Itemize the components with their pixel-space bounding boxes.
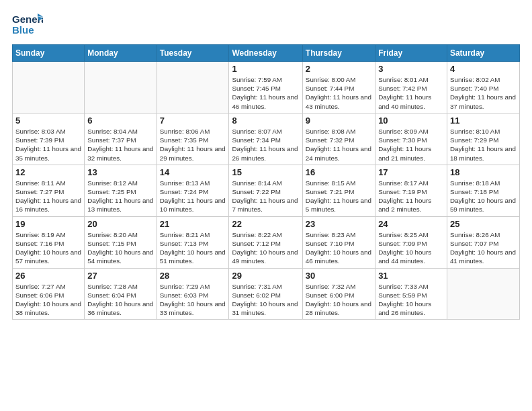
- calendar-cell: 3Sunrise: 8:01 AM Sunset: 7:42 PM Daylig…: [375, 62, 447, 113]
- cell-day-number: 7: [160, 116, 226, 126]
- cell-day-number: 8: [232, 116, 299, 126]
- calendar-cell: 30Sunrise: 7:32 AM Sunset: 6:00 PM Dayli…: [302, 268, 375, 320]
- calendar-cell: 19Sunrise: 8:19 AM Sunset: 7:16 PM Dayli…: [13, 216, 85, 268]
- cell-day-number: 14: [160, 167, 226, 177]
- calendar-cell: 12Sunrise: 8:11 AM Sunset: 7:27 PM Dayli…: [13, 165, 85, 216]
- week-row-2: 5Sunrise: 8:03 AM Sunset: 7:39 PM Daylig…: [13, 113, 520, 165]
- cell-day-number: 9: [306, 116, 372, 126]
- cell-info: Sunrise: 7:27 AM Sunset: 6:06 PM Dayligh…: [15, 282, 81, 318]
- cell-day-number: 23: [306, 219, 372, 229]
- cell-info: Sunrise: 8:00 AM Sunset: 7:44 PM Dayligh…: [306, 75, 372, 111]
- cell-day-number: 22: [232, 219, 299, 229]
- calendar-cell: 22Sunrise: 8:22 AM Sunset: 7:12 PM Dayli…: [229, 216, 302, 268]
- logo-icon: General Blue: [12, 12, 43, 38]
- calendar-body: 1Sunrise: 7:59 AM Sunset: 7:45 PM Daylig…: [13, 62, 520, 320]
- cell-day-number: 13: [87, 167, 153, 177]
- cell-day-number: 27: [87, 271, 153, 281]
- cell-day-number: 1: [232, 64, 299, 74]
- cell-info: Sunrise: 8:21 AM Sunset: 7:13 PM Dayligh…: [160, 230, 226, 266]
- week-row-4: 19Sunrise: 8:19 AM Sunset: 7:16 PM Dayli…: [13, 216, 520, 268]
- cell-day-number: 5: [15, 116, 81, 126]
- calendar-cell: 14Sunrise: 8:13 AM Sunset: 7:24 PM Dayli…: [157, 165, 229, 216]
- cell-info: Sunrise: 8:10 AM Sunset: 7:29 PM Dayligh…: [450, 127, 517, 163]
- calendar-cell: 24Sunrise: 8:25 AM Sunset: 7:09 PM Dayli…: [375, 216, 447, 268]
- cell-info: Sunrise: 8:13 AM Sunset: 7:24 PM Dayligh…: [160, 179, 226, 214]
- day-header-thursday: Thursday: [302, 45, 375, 62]
- cell-info: Sunrise: 8:07 AM Sunset: 7:34 PM Dayligh…: [232, 127, 299, 163]
- cell-day-number: 20: [87, 219, 153, 229]
- cell-info: Sunrise: 8:14 AM Sunset: 7:22 PM Dayligh…: [232, 179, 299, 214]
- cell-day-number: 28: [160, 271, 226, 281]
- calendar-cell: 17Sunrise: 8:17 AM Sunset: 7:19 PM Dayli…: [375, 165, 447, 216]
- day-header-sunday: Sunday: [13, 45, 85, 62]
- cell-info: Sunrise: 8:04 AM Sunset: 7:37 PM Dayligh…: [87, 127, 153, 163]
- calendar-cell: 1Sunrise: 7:59 AM Sunset: 7:45 PM Daylig…: [229, 62, 302, 113]
- cell-info: Sunrise: 8:01 AM Sunset: 7:42 PM Dayligh…: [378, 75, 444, 111]
- calendar-table: SundayMondayTuesdayWednesdayThursdayFrid…: [12, 44, 520, 320]
- cell-info: Sunrise: 8:02 AM Sunset: 7:40 PM Dayligh…: [450, 75, 517, 111]
- cell-info: Sunrise: 8:23 AM Sunset: 7:10 PM Dayligh…: [306, 230, 372, 266]
- calendar-cell: [447, 268, 519, 320]
- cell-day-number: 3: [378, 64, 444, 74]
- calendar-cell: 5Sunrise: 8:03 AM Sunset: 7:39 PM Daylig…: [13, 113, 85, 165]
- calendar-cell: [13, 62, 85, 113]
- day-headers-row: SundayMondayTuesdayWednesdayThursdayFrid…: [13, 45, 520, 62]
- cell-info: Sunrise: 8:19 AM Sunset: 7:16 PM Dayligh…: [15, 230, 81, 266]
- calendar-cell: 20Sunrise: 8:20 AM Sunset: 7:15 PM Dayli…: [85, 216, 157, 268]
- cell-info: Sunrise: 7:59 AM Sunset: 7:45 PM Dayligh…: [232, 75, 299, 111]
- cell-day-number: 6: [87, 116, 153, 126]
- calendar-cell: 18Sunrise: 8:18 AM Sunset: 7:18 PM Dayli…: [447, 165, 519, 216]
- calendar-cell: 8Sunrise: 8:07 AM Sunset: 7:34 PM Daylig…: [229, 113, 302, 165]
- calendar-header: SundayMondayTuesdayWednesdayThursdayFrid…: [13, 45, 520, 62]
- calendar-cell: 21Sunrise: 8:21 AM Sunset: 7:13 PM Dayli…: [157, 216, 229, 268]
- calendar-cell: 4Sunrise: 8:02 AM Sunset: 7:40 PM Daylig…: [447, 62, 519, 113]
- calendar-cell: 11Sunrise: 8:10 AM Sunset: 7:29 PM Dayli…: [447, 113, 519, 165]
- calendar-cell: 29Sunrise: 7:31 AM Sunset: 6:02 PM Dayli…: [229, 268, 302, 320]
- cell-info: Sunrise: 8:03 AM Sunset: 7:39 PM Dayligh…: [15, 127, 81, 163]
- calendar-cell: 6Sunrise: 8:04 AM Sunset: 7:37 PM Daylig…: [85, 113, 157, 165]
- cell-info: Sunrise: 7:28 AM Sunset: 6:04 PM Dayligh…: [87, 282, 153, 318]
- week-row-3: 12Sunrise: 8:11 AM Sunset: 7:27 PM Dayli…: [13, 165, 520, 216]
- cell-day-number: 21: [160, 219, 226, 229]
- cell-day-number: 2: [306, 64, 372, 74]
- calendar-cell: 25Sunrise: 8:26 AM Sunset: 7:07 PM Dayli…: [447, 216, 519, 268]
- calendar-cell: [157, 62, 229, 113]
- cell-info: Sunrise: 8:17 AM Sunset: 7:19 PM Dayligh…: [378, 179, 444, 214]
- cell-info: Sunrise: 8:15 AM Sunset: 7:21 PM Dayligh…: [306, 179, 372, 214]
- cell-info: Sunrise: 8:09 AM Sunset: 7:30 PM Dayligh…: [378, 127, 444, 163]
- calendar-cell: [85, 62, 157, 113]
- week-row-5: 26Sunrise: 7:27 AM Sunset: 6:06 PM Dayli…: [13, 268, 520, 320]
- calendar-cell: 15Sunrise: 8:14 AM Sunset: 7:22 PM Dayli…: [229, 165, 302, 216]
- cell-info: Sunrise: 8:20 AM Sunset: 7:15 PM Dayligh…: [87, 230, 153, 266]
- page-header: General Blue: [12, 12, 520, 38]
- cell-info: Sunrise: 7:33 AM Sunset: 5:59 PM Dayligh…: [378, 282, 444, 318]
- cell-info: Sunrise: 8:26 AM Sunset: 7:07 PM Dayligh…: [450, 230, 517, 266]
- svg-text:Blue: Blue: [12, 24, 34, 36]
- cell-info: Sunrise: 8:08 AM Sunset: 7:32 PM Dayligh…: [306, 127, 372, 163]
- calendar-cell: 23Sunrise: 8:23 AM Sunset: 7:10 PM Dayli…: [302, 216, 375, 268]
- calendar-cell: 27Sunrise: 7:28 AM Sunset: 6:04 PM Dayli…: [85, 268, 157, 320]
- cell-info: Sunrise: 7:31 AM Sunset: 6:02 PM Dayligh…: [232, 282, 299, 318]
- cell-info: Sunrise: 8:06 AM Sunset: 7:35 PM Dayligh…: [160, 127, 226, 163]
- cell-info: Sunrise: 8:22 AM Sunset: 7:12 PM Dayligh…: [232, 230, 299, 266]
- cell-info: Sunrise: 7:32 AM Sunset: 6:00 PM Dayligh…: [306, 282, 372, 318]
- day-header-friday: Friday: [375, 45, 447, 62]
- day-header-tuesday: Tuesday: [157, 45, 229, 62]
- cell-day-number: 17: [378, 167, 444, 177]
- calendar-cell: 28Sunrise: 7:29 AM Sunset: 6:03 PM Dayli…: [157, 268, 229, 320]
- cell-day-number: 24: [378, 219, 444, 229]
- calendar-cell: 31Sunrise: 7:33 AM Sunset: 5:59 PM Dayli…: [375, 268, 447, 320]
- calendar-cell: 2Sunrise: 8:00 AM Sunset: 7:44 PM Daylig…: [302, 62, 375, 113]
- calendar-cell: 7Sunrise: 8:06 AM Sunset: 7:35 PM Daylig…: [157, 113, 229, 165]
- cell-day-number: 12: [15, 167, 81, 177]
- cell-day-number: 29: [232, 271, 299, 281]
- logo-container: General Blue: [12, 12, 43, 38]
- logo: General Blue: [12, 12, 43, 38]
- calendar-cell: 16Sunrise: 8:15 AM Sunset: 7:21 PM Dayli…: [302, 165, 375, 216]
- calendar-cell: 13Sunrise: 8:12 AM Sunset: 7:25 PM Dayli…: [85, 165, 157, 216]
- cell-day-number: 10: [378, 116, 444, 126]
- cell-info: Sunrise: 8:12 AM Sunset: 7:25 PM Dayligh…: [87, 179, 153, 214]
- cell-day-number: 15: [232, 167, 299, 177]
- cell-info: Sunrise: 7:29 AM Sunset: 6:03 PM Dayligh…: [160, 282, 226, 318]
- week-row-1: 1Sunrise: 7:59 AM Sunset: 7:45 PM Daylig…: [13, 62, 520, 113]
